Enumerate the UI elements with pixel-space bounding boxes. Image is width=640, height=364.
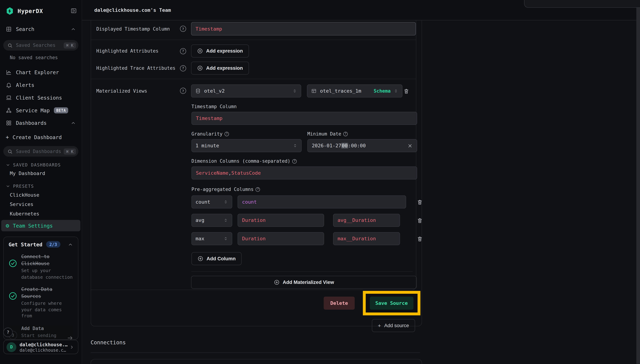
- plus-circle-icon: [198, 256, 203, 262]
- alias-input[interactable]: avg__Duration: [333, 214, 400, 227]
- connections-card: [91, 359, 422, 364]
- aggregate-fn-select[interactable]: max: [191, 232, 232, 245]
- no-saved-searches-text: No saved searches: [10, 55, 82, 60]
- sidebar-item-alerts[interactable]: Alerts: [0, 79, 82, 91]
- expression-input[interactable]: Duration: [238, 232, 324, 245]
- get-started-step-add-data[interactable]: 3 Add Data Start sending logs, metrics, …: [9, 325, 73, 340]
- sidebar-item-label: Service Map: [16, 107, 50, 113]
- help-icon[interactable]: ?: [180, 48, 186, 54]
- select-chevrons-icon: [223, 200, 228, 204]
- sidebar-item-search[interactable]: Search: [0, 23, 82, 35]
- sidebar-item-team-settings[interactable]: ⚙ Team Settings: [1, 220, 81, 231]
- saved-searches-input[interactable]: Saved Searches ⌘ K: [3, 40, 78, 50]
- database-select[interactable]: otel_v2: [191, 84, 301, 98]
- schema-link[interactable]: Schema: [374, 88, 391, 94]
- displayed-timestamp-row: Displayed Timestamp Column ? Timestamp: [91, 22, 416, 36]
- sidebar-item-chart-explorer[interactable]: Chart Explorer: [0, 66, 82, 79]
- expression-input[interactable]: Duration: [238, 214, 324, 227]
- sidebar-item-label: Client Sessions: [16, 94, 62, 101]
- grid-icon: [6, 120, 12, 126]
- help-icon[interactable]: ?: [343, 132, 348, 136]
- help-icon[interactable]: ?: [292, 159, 297, 164]
- delete-materialized-view-icon[interactable]: [403, 88, 409, 94]
- sidebar-item-kubernetes[interactable]: Kubernetes: [0, 209, 82, 218]
- saved-dashboards-group-heading[interactable]: SAVED DASHBOARDS: [6, 161, 82, 169]
- pre-aggregated-row: count count: [191, 196, 423, 208]
- sidebar-item-dashboards[interactable]: Dashboards: [0, 117, 82, 130]
- add-expression-button[interactable]: Add expression: [191, 62, 249, 75]
- help-icon[interactable]: ?: [180, 65, 186, 71]
- get-started-header[interactable]: Get Started 2/3: [9, 241, 73, 248]
- delete-column-icon[interactable]: [417, 217, 423, 223]
- divider: [91, 79, 416, 79]
- granularity-select[interactable]: 1 minute: [191, 139, 302, 152]
- delete-column-icon[interactable]: [417, 199, 423, 205]
- pre-aggregated-columns-label: Pre-aggregated Columns ?: [191, 186, 417, 192]
- chevron-up-icon[interactable]: [68, 242, 73, 247]
- source-card: Displayed Timestamp Column ? Timestamp H…: [91, 20, 422, 326]
- get-started-step-connect[interactable]: Connect to ClickHouse Set up your databa…: [9, 253, 73, 280]
- sidebar-item-my-dashboard[interactable]: My Dashboard: [0, 169, 82, 178]
- sidebar-item-client-sessions[interactable]: Client Sessions: [0, 91, 82, 104]
- clear-date-icon[interactable]: [407, 143, 413, 148]
- highlighted-trace-attributes-row: Highlighted Trace Attributes ? Add expre…: [91, 62, 416, 75]
- aggregate-fn-select[interactable]: avg: [191, 214, 232, 227]
- select-chevrons-icon: [393, 88, 398, 93]
- select-chevrons-icon: [223, 236, 228, 241]
- sidebar-nav: Chart Explorer Alerts Client Sessions Se…: [0, 66, 82, 143]
- minimum-date-input[interactable]: 2026-01-27 00:00:00: [307, 139, 417, 152]
- presets-group-heading[interactable]: PRESETS: [6, 182, 82, 190]
- user-menu[interactable]: D dale@clickhouse.… dale@clickhouse.c…: [3, 340, 78, 354]
- create-dashboard-button[interactable]: + Create Dashboard: [0, 131, 82, 143]
- table-select[interactable]: otel_traces_1m Schema: [307, 84, 402, 98]
- add-column-button[interactable]: Add Column: [191, 252, 242, 265]
- timestamp-column-input[interactable]: Timestamp: [191, 112, 417, 125]
- expression-input[interactable]: count: [238, 196, 406, 208]
- help-icon[interactable]: ?: [180, 26, 186, 32]
- alias-input[interactable]: max__Duration: [333, 232, 400, 245]
- saved-dashboards-input[interactable]: Saved Dashboards ⌘ K: [3, 146, 78, 156]
- select-chevrons-icon: [292, 88, 297, 93]
- app-window: HyperDX Search Saved Searches ⌘ K No sav…: [0, 0, 640, 364]
- aggregate-fn-select[interactable]: count: [191, 196, 232, 208]
- delete-column-icon[interactable]: [417, 236, 423, 242]
- scrollbar[interactable]: [636, 0, 640, 364]
- add-materialized-view-button[interactable]: Add Materialized View: [191, 276, 417, 289]
- hyperdx-logo-icon: [6, 7, 14, 15]
- pre-aggregated-row: max Duration max__Duration: [191, 232, 423, 245]
- group-heading-label: PRESETS: [13, 184, 34, 188]
- check-circle-icon: [9, 253, 18, 280]
- granularity-label: Granularity ?: [191, 131, 302, 136]
- create-dashboard-label: Create Dashboard: [13, 134, 62, 140]
- help-icon[interactable]: ?: [180, 88, 186, 94]
- sidebar-item-clickhouse[interactable]: ClickHouse: [0, 190, 82, 199]
- add-expression-button[interactable]: Add expression: [191, 44, 249, 58]
- get-started-panel: Get Started 2/3 Connect to ClickHouse Se…: [3, 236, 78, 340]
- sidebar-item-services[interactable]: Services: [0, 200, 82, 209]
- step-desc: Start sending logs, metrics, or traces: [21, 332, 67, 340]
- help-button[interactable]: ?: [3, 328, 13, 337]
- get-started-step-sources[interactable]: Create Data Sources Configure where your…: [9, 286, 73, 319]
- group-heading-label: SAVED DASHBOARDS: [13, 162, 61, 167]
- dimension-columns-input[interactable]: ServiceName, StatusCode: [191, 166, 417, 180]
- displayed-timestamp-input[interactable]: Timestamp: [191, 22, 416, 36]
- chevron-up-icon[interactable]: [71, 26, 76, 32]
- chevron-up-icon[interactable]: [71, 120, 76, 126]
- plus-circle-icon: [197, 48, 203, 54]
- add-source-button[interactable]: + Add source: [372, 319, 415, 332]
- field-label: Materialized Views: [96, 88, 147, 94]
- save-highlight-annotation: Save Source: [363, 291, 420, 315]
- field-label: Highlighted Trace Attributes: [96, 65, 176, 71]
- sidebar-item-service-map[interactable]: Service Map BETA: [0, 104, 82, 117]
- delete-source-button[interactable]: Delete: [324, 296, 355, 310]
- user-email: dale@clickhouse.c…: [20, 347, 68, 352]
- help-icon[interactable]: ?: [225, 132, 229, 136]
- field-label: Highlighted Attributes: [96, 48, 159, 54]
- sidebar-item-label: Alerts: [16, 82, 34, 88]
- save-source-button[interactable]: Save Source: [370, 296, 413, 310]
- app-name: HyperDX: [18, 8, 43, 14]
- sidebar-collapse-icon[interactable]: [71, 8, 77, 14]
- help-icon[interactable]: ?: [256, 187, 260, 192]
- date-hour-segment[interactable]: 00: [341, 143, 348, 148]
- plus-circle-icon: [274, 280, 279, 285]
